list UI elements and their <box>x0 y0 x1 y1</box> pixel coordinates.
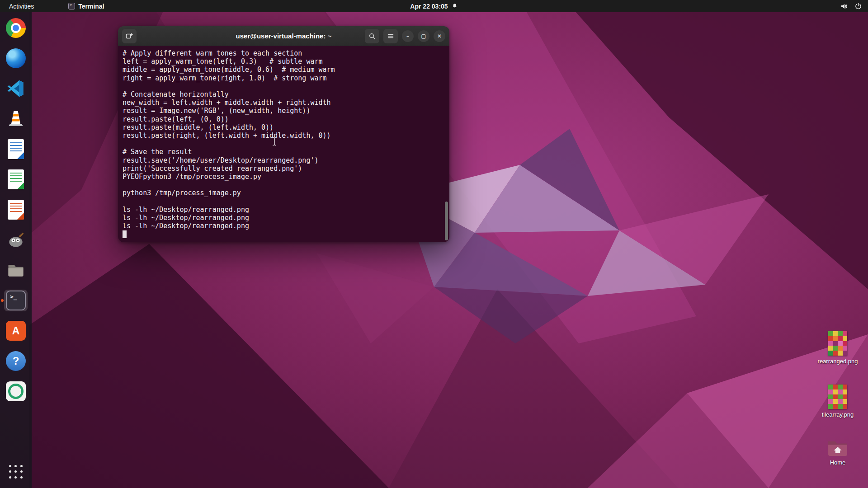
focused-app-label: Terminal <box>78 3 104 10</box>
dock-item-app-grid[interactable] <box>4 461 28 483</box>
dock-item-gimp[interactable] <box>4 229 28 251</box>
terminal-lines: # Apply different warm tones to each sec… <box>123 49 445 230</box>
dock-item-libreoffice-writer[interactable] <box>4 138 28 160</box>
close-button[interactable]: ✕ <box>434 30 445 42</box>
desktop-icon-label: rearranged.png <box>818 358 858 365</box>
terminal-cursor <box>123 230 127 238</box>
rearranged-thumbnail-icon <box>828 331 847 356</box>
dock-item-ubuntu-software[interactable] <box>4 320 28 342</box>
terminal-title: user@user-virtual-machine: ~ <box>236 32 332 40</box>
new-tab-icon <box>126 33 133 40</box>
dock-item-vscode[interactable] <box>4 78 28 99</box>
vscode-icon <box>6 79 26 99</box>
tilearray-thumbnail-icon <box>828 385 847 409</box>
desktop: Activities Terminal Apr 22 03:05 <box>0 0 868 488</box>
notification-bell-icon <box>452 3 458 9</box>
top-bar: Activities Terminal Apr 22 03:05 <box>0 0 868 12</box>
mouse-cursor <box>272 137 277 146</box>
dock-item-help[interactable] <box>4 350 28 372</box>
software-updater-icon <box>6 381 26 401</box>
desktop-icon-label: Home <box>830 459 846 466</box>
app-grid-icon <box>9 465 23 479</box>
clock-menu[interactable]: Apr 22 03:05 <box>406 0 462 12</box>
help-icon <box>6 351 26 371</box>
dock-item-firefox[interactable] <box>4 47 28 69</box>
hamburger-icon <box>387 33 394 40</box>
dock-item-libreoffice-impress[interactable] <box>4 199 28 221</box>
terminal-titlebar[interactable]: user@user-virtual-machine: ~ – ▢ ✕ <box>118 26 449 46</box>
power-icon[interactable] <box>855 3 862 9</box>
volume-icon[interactable] <box>840 3 848 10</box>
focused-app-menu[interactable]: Terminal <box>68 3 104 10</box>
vlc-icon <box>6 109 26 129</box>
libreoffice-impress-icon <box>8 200 24 220</box>
dock-item-vlc[interactable] <box>4 108 28 130</box>
search-icon <box>368 33 376 40</box>
terminal-scrollbar[interactable] <box>445 202 448 240</box>
dock <box>0 12 32 488</box>
terminal-icon <box>6 291 26 310</box>
clock-label: Apr 22 03:05 <box>410 3 448 10</box>
desktop-icon-rearranged[interactable]: rearranged.png <box>811 331 865 365</box>
chrome-icon <box>6 18 26 38</box>
ubuntu-software-icon <box>6 321 26 341</box>
dock-item-terminal[interactable] <box>4 290 28 311</box>
libreoffice-calc-icon <box>8 169 24 189</box>
terminal-window: user@user-virtual-machine: ~ – ▢ ✕ <box>118 26 449 242</box>
running-indicator <box>1 299 4 302</box>
dock-item-software-updater[interactable] <box>4 380 28 402</box>
terminal-output[interactable]: # Apply different warm tones to each sec… <box>118 46 449 242</box>
system-status-area[interactable] <box>840 3 862 10</box>
gimp-icon <box>6 230 26 250</box>
desktop-icon-label: tilearray.png <box>822 411 854 418</box>
home-folder-icon <box>827 439 848 457</box>
dock-item-chrome[interactable] <box>4 17 28 39</box>
new-tab-button[interactable] <box>122 29 137 43</box>
search-button[interactable] <box>365 29 379 43</box>
desktop-icon-home[interactable]: Home <box>811 439 865 466</box>
maximize-button[interactable]: ▢ <box>418 30 429 42</box>
minimize-button[interactable]: – <box>402 30 414 42</box>
libreoffice-writer-icon <box>8 139 24 159</box>
dock-item-libreoffice-calc[interactable] <box>4 169 28 190</box>
activities-button[interactable]: Activities <box>6 3 37 10</box>
firefox-icon <box>6 48 26 68</box>
dock-item-files[interactable] <box>4 259 28 281</box>
terminal-mini-icon <box>68 3 75 9</box>
desktop-icon-tilearray[interactable]: tilearray.png <box>811 385 865 418</box>
files-icon <box>6 260 26 280</box>
menu-button[interactable] <box>383 29 398 43</box>
